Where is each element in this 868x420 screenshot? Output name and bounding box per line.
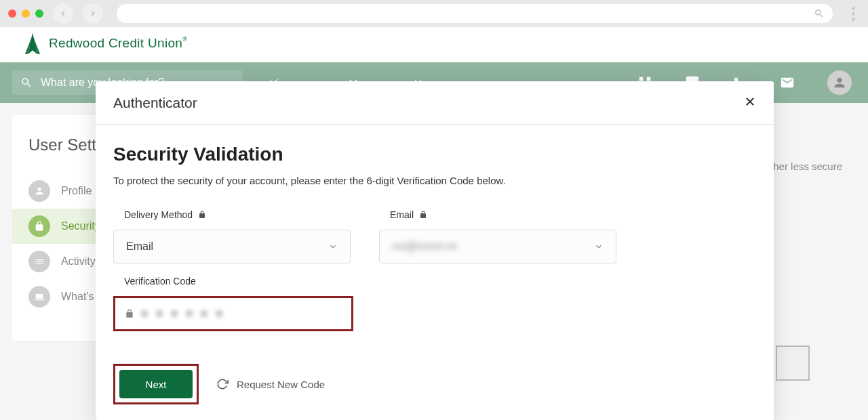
sidebar-item-label: Profile xyxy=(61,185,92,197)
svg-rect-1 xyxy=(647,77,651,81)
modal-heading: Security Validation xyxy=(113,144,756,165)
browser-chrome xyxy=(0,0,868,27)
delivery-method-value: Email xyxy=(126,240,153,253)
lock-icon xyxy=(28,215,50,237)
logo[interactable]: Redwood Credit Union® xyxy=(23,33,845,54)
window-max-dot[interactable] xyxy=(35,9,43,18)
ncua-badge xyxy=(776,345,810,381)
list-icon xyxy=(28,251,50,272)
search-icon xyxy=(814,8,825,19)
next-highlight: Next xyxy=(113,364,199,404)
verification-code-label: Verification Code xyxy=(113,276,756,287)
chevron-down-icon xyxy=(594,242,604,251)
modal-subtext: To protect the security of your account,… xyxy=(113,175,756,186)
window-min-dot[interactable] xyxy=(22,9,30,18)
delivery-method-label: Delivery Method xyxy=(113,209,351,220)
window-close-dot[interactable] xyxy=(8,9,16,18)
modal-header: Authenticator xyxy=(96,81,774,125)
next-button[interactable]: Next xyxy=(119,370,193,398)
email-value: ••••@••••••••.••• xyxy=(392,240,457,253)
back-button[interactable] xyxy=(53,3,73,24)
delivery-method-field: Delivery Method Email xyxy=(113,209,351,264)
search-icon xyxy=(20,77,33,89)
sidebar-item-label: Activity xyxy=(61,255,96,268)
logo-text: Redwood Credit Union® xyxy=(49,36,187,51)
modal-actions: Next Request New Code xyxy=(113,364,756,404)
person-icon xyxy=(28,180,50,202)
sidebar-item-label: Security xyxy=(61,220,100,232)
svg-rect-0 xyxy=(639,77,644,81)
email-select[interactable]: ••••@••••••••.••• xyxy=(379,230,616,264)
close-button[interactable] xyxy=(744,96,756,110)
url-bar[interactable] xyxy=(117,4,833,23)
mail-icon[interactable] xyxy=(780,75,795,90)
lock-icon xyxy=(125,309,134,318)
modal-title: Authenticator xyxy=(113,95,197,111)
modal-body: Security Validation To protect the secur… xyxy=(96,125,774,420)
lock-icon xyxy=(198,211,206,219)
lock-icon xyxy=(419,211,427,219)
authenticator-modal: Authenticator Security Validation To pro… xyxy=(96,81,774,420)
device-icon xyxy=(28,286,50,308)
refresh-icon xyxy=(216,378,229,390)
code-dots xyxy=(141,310,222,317)
browser-menu-icon[interactable] xyxy=(846,7,860,21)
email-label: Email xyxy=(379,209,616,220)
delivery-method-select[interactable]: Email xyxy=(113,230,351,264)
forward-button[interactable] xyxy=(83,3,103,24)
request-new-code-label: Request New Code xyxy=(237,379,325,390)
email-field: Email ••••@••••••••.••• xyxy=(379,209,616,264)
close-icon xyxy=(744,96,756,108)
avatar[interactable] xyxy=(827,70,852,95)
sidebar-item-label: What's xyxy=(61,291,94,303)
chevron-down-icon xyxy=(328,242,338,251)
logo-icon xyxy=(23,33,42,54)
verification-code-field: Verification Code xyxy=(113,276,756,331)
verification-code-input[interactable] xyxy=(113,296,353,331)
request-new-code-button[interactable]: Request New Code xyxy=(216,378,325,390)
logo-bar: Redwood Credit Union® xyxy=(0,27,868,62)
